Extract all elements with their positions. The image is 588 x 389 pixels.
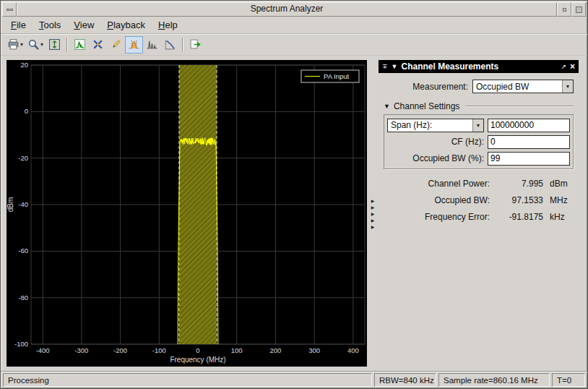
menu-view[interactable]: View xyxy=(68,18,100,32)
statusbar: Processing RBW=840 kHz Sample rate=860.1… xyxy=(1,371,587,388)
splitter-arrow-icon: ▶ xyxy=(371,218,375,223)
toolbar-separator xyxy=(66,38,68,52)
fit-to-view-button[interactable] xyxy=(46,36,64,54)
occupied-bw-region xyxy=(179,65,217,344)
step-forward-icon xyxy=(189,38,202,51)
zoom-button[interactable]: ▾ xyxy=(25,36,46,54)
status-message: Processing xyxy=(3,373,372,387)
minimize-button[interactable] xyxy=(557,2,571,17)
svg-text:-400: -400 xyxy=(36,346,50,354)
maximize-icon xyxy=(576,7,582,13)
menu-tools[interactable]: Tools xyxy=(33,18,66,32)
chevron-down-icon[interactable]: ▼ xyxy=(472,119,483,132)
sample-rate-indicator: Sample rate=860.16 MHz xyxy=(438,373,550,387)
svg-text:-80: -80 xyxy=(18,294,28,302)
menubar: File Tools View Playback Help xyxy=(1,17,587,34)
pin-panel-icon[interactable]: ∓ xyxy=(382,64,388,70)
signal-statistics-button[interactable] xyxy=(107,36,125,54)
menu-file[interactable]: File xyxy=(5,18,32,32)
panel-collapse-handle[interactable]: ▶ ▶ ▶ ▶ ▶ xyxy=(367,60,379,368)
undock-panel-icon[interactable]: ↗ xyxy=(561,64,566,70)
cursor-measurements-button[interactable] xyxy=(89,36,107,54)
splitter-arrow-icon: ▶ xyxy=(371,225,375,229)
result-row-occupied-bw: Occupied BW: 97.1533 MHz xyxy=(384,195,572,205)
signal-statistics-icon xyxy=(110,38,122,51)
span-input[interactable] xyxy=(488,119,570,132)
result-unit: dBm xyxy=(543,179,572,189)
distortion-measurements-icon xyxy=(146,38,158,51)
channel-settings-box: Span (Hz): ▼ CF (Hz): Occupied BW (%): xyxy=(384,114,574,169)
result-value: 97.1533 xyxy=(490,195,543,205)
svg-text:-200: -200 xyxy=(113,346,127,354)
spectrum-settings-button[interactable] xyxy=(71,36,89,54)
svg-text:400: 400 xyxy=(347,346,359,354)
svg-text:-20: -20 xyxy=(18,154,28,162)
channel-measurements-button[interactable] xyxy=(125,36,143,54)
cf-input[interactable] xyxy=(488,135,570,149)
cf-label: CF (Hz): xyxy=(387,137,484,147)
ccdf-measurements-button[interactable] xyxy=(161,36,179,54)
titlebar: Spectrum Analyzer xyxy=(2,2,586,17)
cursor-measurements-icon xyxy=(92,38,104,51)
svg-text:300: 300 xyxy=(308,346,320,354)
distortion-measurements-button[interactable] xyxy=(143,36,161,54)
chevron-down-icon[interactable]: ▾ xyxy=(20,42,23,48)
svg-text:-40: -40 xyxy=(18,200,28,208)
result-label: Channel Power: xyxy=(384,179,490,189)
occupied-bw-percent-input[interactable] xyxy=(488,152,570,166)
chevron-down-icon[interactable]: ▼ xyxy=(562,80,573,93)
result-label: Occupied BW: xyxy=(384,195,490,205)
measurement-results: Channel Power: 7.995 dBm Occupied BW: 97… xyxy=(384,179,574,222)
measurement-dropdown[interactable]: Occupied BW ▼ xyxy=(472,80,574,93)
span-mode-dropdown[interactable]: Span (Hz): ▼ xyxy=(387,119,484,132)
channel-measurements-panel: ∓ ▼ Channel Measurements ↗ × Measurement… xyxy=(379,60,579,368)
window-menu-icon xyxy=(7,9,13,11)
menu-playback[interactable]: Playback xyxy=(101,18,151,32)
result-value: 7.995 xyxy=(490,179,543,189)
span-mode-value: Span (Hz): xyxy=(388,120,472,130)
collapse-panel-icon[interactable]: ▼ xyxy=(392,64,398,70)
section-collapse-icon[interactable]: ▼ xyxy=(384,103,390,110)
toolbar: ▾▾ xyxy=(1,34,587,56)
spectrum-settings-icon xyxy=(74,38,86,51)
step-forward-button[interactable] xyxy=(186,36,204,54)
print-button[interactable]: ▾ xyxy=(5,36,25,54)
window-title: Spectrum Analyzer xyxy=(17,2,557,17)
svg-text:Frequency (MHz): Frequency (MHz) xyxy=(170,356,225,364)
close-panel-icon[interactable]: × xyxy=(570,63,575,71)
measurement-label: Measurement: xyxy=(412,82,468,92)
maximize-button[interactable] xyxy=(571,2,586,17)
result-unit: MHz xyxy=(543,195,572,205)
svg-text:200: 200 xyxy=(269,346,281,354)
legend-entry-label: PA Input xyxy=(324,72,350,80)
svg-text:-100: -100 xyxy=(14,340,28,348)
spectrum-canvas[interactable]: -400-300-200-1000100200300400200-20-40-6… xyxy=(7,60,367,367)
chevron-down-icon[interactable]: ▾ xyxy=(40,42,43,48)
panel-title: Channel Measurements xyxy=(401,61,557,72)
panel-header: ∓ ▼ Channel Measurements ↗ × xyxy=(379,60,579,73)
result-value: -91.8175 xyxy=(490,212,543,222)
spectrum-plot[interactable]: -400-300-200-1000100200300400200-20-40-6… xyxy=(7,60,367,367)
channel-settings-section[interactable]: ▼ Channel Settings xyxy=(384,101,574,111)
menu-help[interactable]: Help xyxy=(152,18,183,32)
spectrum-analyzer-window: Spectrum Analyzer File Tools View Playba… xyxy=(0,0,588,389)
result-row-channel-power: Channel Power: 7.995 dBm xyxy=(384,179,572,189)
rbw-indicator: RBW=840 kHz xyxy=(374,373,436,387)
svg-text:0: 0 xyxy=(196,346,199,354)
svg-text:-60: -60 xyxy=(18,247,28,255)
time-indicator: T=0 xyxy=(552,373,585,387)
window-menu-button[interactable] xyxy=(2,2,17,17)
toolbar-separator xyxy=(182,38,183,52)
channel-measurements-icon xyxy=(128,38,140,51)
splitter-arrow-icon: ▶ xyxy=(371,205,375,210)
ccdf-measurements-icon xyxy=(164,38,176,51)
svg-text:20: 20 xyxy=(20,61,28,69)
print-icon xyxy=(7,38,20,51)
measurement-value: Occupied BW xyxy=(473,82,562,92)
svg-text:-300: -300 xyxy=(74,346,88,354)
result-row-frequency-error: Frequency Error: -91.8175 kHz xyxy=(384,212,572,222)
result-label: Frequency Error: xyxy=(384,212,490,222)
content-area: -400-300-200-1000100200300400200-20-40-6… xyxy=(1,56,587,371)
splitter-arrow-icon: ▶ xyxy=(371,212,375,216)
svg-text:-100: -100 xyxy=(152,346,166,354)
